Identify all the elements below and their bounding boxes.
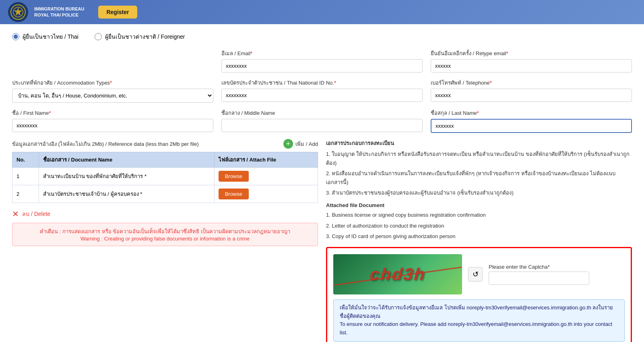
captcha-row: chd3h ↺ Please enter the Captcha*	[333, 254, 625, 294]
captcha-text: chd3h	[369, 265, 427, 284]
national-id-input[interactable]	[221, 89, 423, 102]
col-no: No.	[12, 152, 39, 168]
firstname-input[interactable]	[12, 119, 213, 132]
radio-foreigner-input[interactable]	[95, 33, 102, 40]
lastname-input[interactable]	[431, 119, 632, 133]
doc-table-section: ข้อมูลเอกสารอ้างอิง (ไฟล์ละไม่เกิน 2Mb) …	[12, 139, 318, 246]
lastname-group: ชื่อสกุล / Last Name*	[431, 109, 632, 133]
captcha-input[interactable]	[489, 272, 589, 285]
lastname-label: ชื่อสกุล / Last Name*	[431, 109, 632, 117]
delete-icon[interactable]: ✕	[12, 209, 19, 219]
add-label: เพิ่ม / Add	[295, 140, 318, 148]
radio-thai-label: ผู้ยื่นเป็นชาวไทย / Thai	[23, 32, 78, 41]
radio-thai[interactable]: ผู้ยื่นเป็นชาวไทย / Thai	[12, 32, 78, 41]
logo	[8, 2, 28, 22]
warning-thai: คำเตือน : การแสดงเอกสาร หรือ ข้อความอันเ…	[19, 227, 312, 236]
delete-label[interactable]: ลบ / Delete	[22, 209, 50, 218]
add-button[interactable]: + เพิ่ม / Add	[283, 139, 318, 149]
right-panel: เอกสารประกอบการลงทะเบียน 1. ใบอนุญาต ให้…	[326, 139, 632, 342]
info-title-en: Attached file Document	[326, 202, 632, 208]
form-grid-top: อีเมล / Email* ยืนยันอีเมลอีกครั้ง / Ret…	[12, 49, 632, 73]
retype-email-input[interactable]	[431, 59, 632, 73]
org-title: IMMIGRATION BUREAU ROYAL THAI POLICE	[34, 6, 84, 19]
middlename-group: ชื่อกลาง / Middle Name	[221, 109, 423, 133]
middlename-label: ชื่อกลาง / Middle Name	[221, 109, 423, 117]
info-item-th: 1. ใบอนุญาต ให้ประกอบกิจการ หรือหนังสือร…	[326, 150, 632, 168]
row-browse: Browse	[214, 185, 318, 203]
info-item-en: 2. Letter of authorization to conduct th…	[326, 222, 632, 230]
table-row: 2 สำเนาบัตรประชาชนเจ้าบ้าน / ผู้ครอบครอง…	[12, 185, 318, 203]
info-title-th: เอกสารประกอบการลงทะเบียน	[326, 139, 632, 147]
row-no: 2	[12, 185, 39, 203]
middlename-input[interactable]	[221, 119, 423, 132]
email-input[interactable]	[221, 59, 423, 73]
national-id-label: เลขบัตรประจำตัวประชาชน / Thai National I…	[221, 79, 423, 87]
notification-english: To ensure our notification delivery. Ple…	[340, 320, 618, 337]
notification-thai: เพื่อให้มั่นใจว่าจะได้รับการแจ้งข้อมูลทา…	[340, 304, 618, 321]
user-type-radio-group: ผู้ยื่นเป็นชาวไทย / Thai ผู้ยื่นเป็นชาวต…	[12, 32, 632, 41]
radio-foreigner[interactable]: ผู้ยื่นเป็นชาวต่างชาติ / Foreigner	[95, 32, 185, 41]
delete-row: ✕ ลบ / Delete	[12, 209, 318, 219]
captcha-refresh-button[interactable]: ↺	[468, 267, 483, 282]
email-label: อีเมล / Email*	[221, 49, 423, 58]
row-browse: Browse	[214, 168, 318, 185]
telephone-group: เบอร์โทรศัพท์ / Telephone*	[431, 79, 632, 103]
col-name: ชื่อเอกสาร / Document Name	[39, 152, 214, 168]
warning-english: Warning : Creating or providing false do…	[19, 236, 312, 242]
info-item-th: 3. สำเนาบัตรประชาชนของผู้รอบครองและผู้รั…	[326, 189, 632, 197]
telephone-label: เบอร์โทรศัพท์ / Telephone*	[431, 79, 632, 87]
header: IMMIGRATION BUREAU ROYAL THAI POLICE Reg…	[0, 0, 644, 24]
firstname-group: ชื่อ / First Name*	[12, 109, 213, 133]
doc-table-header: ข้อมูลเอกสารอ้างอิง (ไฟล์ละไม่เกิน 2Mb) …	[12, 139, 318, 149]
accommodation-group: ประเภทที่พักอาศัย / Accommodation Types*…	[12, 79, 213, 103]
bottom-section: ข้อมูลเอกสารอ้างอิง (ไฟล์ละไม่เกิน 2Mb) …	[12, 139, 632, 342]
radio-foreigner-label: ผู้ยื่นเป็นชาวต่างชาติ / Foreigner	[105, 32, 185, 41]
captcha-section: chd3h ↺ Please enter the Captcha* เพื่	[326, 247, 632, 342]
email-group: อีเมล / Email*	[221, 49, 423, 73]
telephone-input[interactable]	[431, 89, 632, 102]
national-id-group: เลขบัตรประจำตัวประชาชน / Thai National I…	[221, 79, 423, 103]
header-register-button[interactable]: Register	[98, 6, 137, 19]
firstname-label: ชื่อ / First Name*	[12, 109, 213, 117]
notification-box: เพื่อให้มั่นใจว่าจะได้รับการแจ้งข้อมูลทา…	[333, 299, 625, 342]
add-icon: +	[283, 139, 293, 149]
warning-box: คำเตือน : การแสดงเอกสาร หรือ ข้อความอันเ…	[12, 223, 318, 246]
name-row: ชื่อ / First Name* ชื่อกลาง / Middle Nam…	[12, 109, 632, 133]
captcha-label: Please enter the Captcha*	[489, 264, 589, 270]
retype-email-label: ยืนยันอีเมลอีกครั้ง / Retype email*	[431, 49, 632, 58]
accommodation-group	[12, 49, 213, 73]
doc-table: No. ชื่อเอกสาร / Document Name ไฟล์เอกสา…	[12, 152, 318, 203]
col-file: ไฟล์เอกสาร / Attach File	[214, 152, 318, 168]
main-content: ผู้ยื่นเป็นชาวไทย / Thai ผู้ยื่นเป็นชาวต…	[0, 24, 644, 342]
row-no: 1	[12, 168, 39, 185]
info-panel: เอกสารประกอบการลงทะเบียน 1. ใบอนุญาต ให้…	[326, 139, 632, 241]
captcha-input-group: Please enter the Captcha*	[489, 264, 589, 285]
info-item-th: 2. หนังสือมอบอำนาจดำเนินการแทนในการลงทะเ…	[326, 169, 632, 187]
accommodation-label: ประเภทที่พักอาศัย / Accommodation Types*	[12, 79, 213, 87]
row-doc-name: สำเนาทะเบียนบ้าน ของที่พักอาศัยที่ให้บริ…	[39, 168, 214, 185]
captcha-image: chd3h	[333, 254, 462, 294]
captcha-controls: ↺	[468, 267, 483, 282]
radio-thai-input[interactable]	[12, 33, 19, 40]
info-item-en: 1. Business license or signed copy busin…	[326, 211, 632, 220]
info-item-en: 3. Copy of ID card of person giving auth…	[326, 232, 632, 241]
retype-email-group: ยืนยันอีเมลอีกครั้ง / Retype email*	[431, 49, 632, 73]
table-row: 1 สำเนาทะเบียนบ้าน ของที่พักอาศัยที่ให้บ…	[12, 168, 318, 185]
row-doc-name: สำเนาบัตรประชาชนเจ้าบ้าน / ผู้ครอบครอง *	[39, 185, 214, 203]
accommodation-select[interactable]: บ้าน, คอน โด, อื่นๆ / House, Condominium…	[12, 89, 213, 103]
browse-button[interactable]: Browse	[219, 189, 249, 199]
browse-button[interactable]: Browse	[219, 171, 249, 182]
ref-data-label: ข้อมูลเอกสารอ้างอิง (ไฟล์ละไม่เกิน 2Mb) …	[12, 140, 199, 148]
